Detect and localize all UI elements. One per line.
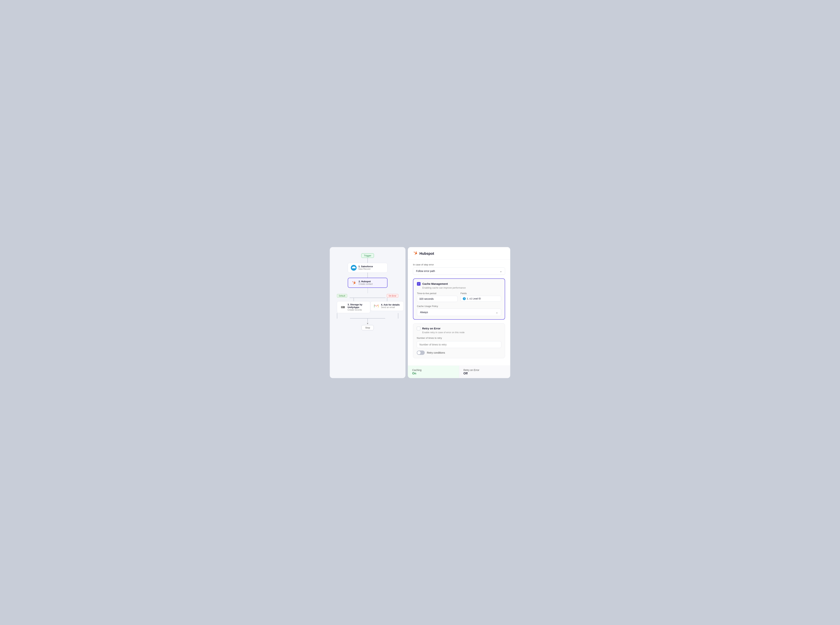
svg-point-2: [344, 306, 344, 307]
branch-col-left: 3. Storage by UnifyApps Create records: [337, 298, 370, 313]
right-header: Hubspot: [408, 247, 510, 260]
retry-desc: Enable retry in case of error on this no…: [422, 331, 501, 334]
sf-dot-icon: 1: [463, 297, 466, 300]
retry-count-group: Number of times to retry: [417, 337, 501, 348]
default-branch-label: Default: [337, 294, 347, 298]
branch-labels: Default On Error: [337, 294, 398, 298]
node-4-title: 4. Ask for details: [381, 303, 400, 306]
policy-label: Cache Usage Policy: [417, 305, 501, 308]
node-3-title: 3. Storage by UnifyApps: [348, 303, 367, 309]
field-chip[interactable]: 1 1. ±1 Lead ID: [460, 296, 501, 302]
gmail-icon: [373, 303, 379, 309]
ttl-group: Time-to-live period 320 seconds: [417, 292, 458, 302]
policy-value: Always: [420, 311, 428, 314]
retry-conditions-label: Retry conditions: [427, 351, 445, 354]
node-2-title: 2. Hubspot: [359, 280, 373, 283]
down-arrow: ▼: [366, 322, 369, 325]
policy-chevron: ⌄: [496, 311, 498, 314]
error-path-value: Follow error path: [416, 270, 435, 272]
cache-card: ✓ Cache Management Enabling cache can im…: [413, 278, 505, 320]
field-chip-text: 1. ±1 Lead ID: [467, 297, 481, 300]
hubspot-icon: [351, 280, 357, 286]
retry-footer-card: Retry on Error Off: [459, 366, 510, 378]
right-panel: Hubspot In case of step error Follow err…: [408, 247, 510, 378]
ttl-label: Time-to-live period: [417, 292, 458, 295]
bottom-left-line: [337, 313, 337, 319]
node-2-sub: Create contact: [359, 283, 373, 285]
caching-footer-card: Caching On: [408, 366, 459, 378]
flow-node-storage[interactable]: 3. Storage by UnifyApps Create records: [337, 301, 370, 313]
retry-count-input[interactable]: [417, 341, 501, 348]
branch-top-connector: [337, 288, 398, 293]
trigger-badge: Trigger: [361, 253, 374, 258]
error-path-dropdown[interactable]: Follow error path ⌄: [413, 267, 505, 275]
error-branch-label: On Error: [387, 294, 398, 298]
bottom-right-line: [398, 313, 398, 319]
app-wrapper: Trigger 1. Salesforce New Record: [330, 247, 510, 378]
policy-dropdown[interactable]: Always ⌄: [417, 309, 501, 316]
salesforce-icon: [351, 265, 357, 271]
retry-checkbox[interactable]: [417, 326, 420, 330]
panel-title: Hubspot: [419, 252, 434, 256]
cache-checkbox[interactable]: ✓: [417, 282, 421, 286]
node-4-text: 4. Ask for details Send an email: [381, 303, 400, 309]
storage-icon: [340, 304, 346, 310]
retry-count-label: Number of times to retry: [417, 337, 501, 339]
node-3-sub: Create records: [348, 309, 367, 311]
flow-node-gmail[interactable]: 4. Ask for details Send an email: [370, 301, 404, 311]
cache-title: Cache Management: [422, 282, 448, 285]
flow-node-hubspot[interactable]: 2. Hubspot Create contact: [348, 278, 388, 288]
stop-badge[interactable]: Stop: [362, 325, 374, 330]
node-3-text: 3. Storage by UnifyApps Create records: [348, 303, 367, 311]
svg-point-3: [344, 307, 344, 308]
policy-group: Cache Usage Policy Always ⌄: [417, 305, 501, 316]
flow-panel: Trigger 1. Salesforce New Record: [330, 247, 405, 378]
retry-title: Retry on Error: [422, 327, 441, 330]
error-section-label: In case of step error: [413, 263, 505, 266]
hubspot-logo-icon: [413, 251, 418, 257]
right-body: In case of step error Follow error path …: [408, 260, 510, 365]
node-4-sub: Send an email: [381, 306, 400, 309]
node-2-text: 2. Hubspot Create contact: [359, 280, 373, 285]
node-1-text: 1. Salesforce New Record: [359, 265, 373, 270]
ttl-input[interactable]: 320 seconds: [417, 296, 458, 302]
fields-group: Fields 1 1. ±1 Lead ID: [460, 292, 501, 302]
branch-col-right: 4. Ask for details Send an email: [370, 298, 404, 311]
retry-card: Retry on Error Enable retry in case of e…: [413, 323, 505, 358]
cache-fields-row: Time-to-live period 320 seconds Fields 1…: [417, 292, 501, 302]
node-1-title: 1. Salesforce: [359, 265, 373, 268]
bottom-connector: ▼: [337, 313, 398, 325]
bottom-h-line: [337, 313, 398, 319]
flow-container: Trigger 1. Salesforce New Record: [334, 253, 401, 330]
fields-label: Fields: [460, 292, 501, 295]
caching-footer-value: On: [412, 372, 455, 375]
retry-conditions-toggle[interactable]: [417, 351, 425, 355]
right-footer: Caching On Retry on Error Off: [408, 365, 510, 378]
cache-header: ✓ Cache Management: [417, 282, 501, 286]
error-section: In case of step error Follow error path …: [413, 263, 505, 275]
caching-footer-label: Caching: [412, 368, 455, 372]
retry-toggle-row: Retry conditions: [417, 351, 501, 355]
error-path-chevron: ⌄: [500, 269, 502, 273]
branch-horizontal: 3. Storage by UnifyApps Create records: [337, 298, 398, 313]
retry-footer-label: Retry on Error: [464, 368, 506, 372]
retry-footer-value: Off: [464, 372, 506, 375]
cache-desc: Enabling cache can improve performance: [422, 286, 501, 289]
node-1-sub: New Record: [359, 268, 373, 270]
flow-node-salesforce[interactable]: 1. Salesforce New Record: [348, 263, 388, 273]
retry-header: Retry on Error: [417, 326, 501, 330]
